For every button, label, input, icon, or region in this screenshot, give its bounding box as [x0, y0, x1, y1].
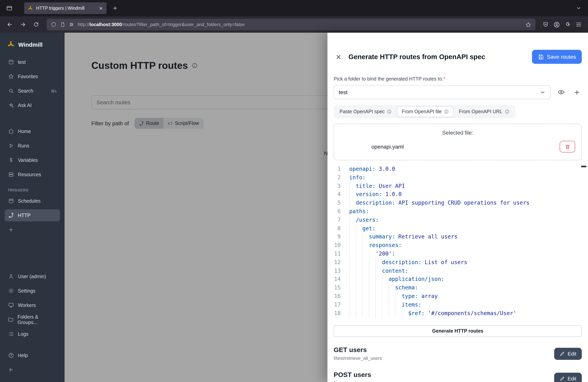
sidebar-item-test[interactable]: test: [5, 56, 60, 68]
arrow-left-button[interactable]: [5, 364, 60, 376]
browser-tab[interactable]: HTTP triggers | Windmill: [24, 2, 106, 14]
folder-picker-label: Pick a folder to bind the generated HTTP…: [334, 76, 582, 82]
menu-icon[interactable]: [576, 21, 582, 28]
plus-icon: [112, 5, 118, 11]
folder-select-value: test: [339, 89, 347, 95]
route-path: f/test/retrieve_all_users: [334, 356, 382, 361]
account-icon[interactable]: [553, 21, 560, 28]
sidebar-item-variables[interactable]: Variables: [5, 154, 60, 166]
sidebar-item-http[interactable]: HTTP: [5, 209, 60, 221]
spec-tab-from-openapi-file[interactable]: From OpenAPI file: [397, 106, 453, 117]
info-icon: [504, 109, 509, 114]
sidebar-item-runs[interactable]: Runs: [5, 140, 60, 152]
sidebar-item-search[interactable]: Search⌘k: [5, 85, 60, 97]
editor-scrollbar-thumb[interactable]: [581, 166, 587, 167]
shortcut-hint: ⌘k: [51, 88, 57, 93]
sidebar-item-folders-groups[interactable]: Folders & Groups...: [5, 314, 60, 326]
spec-tab-from-openapi-url[interactable]: From OpenAPI URL: [454, 106, 514, 117]
sparkle-icon: [8, 102, 14, 108]
line-number: 10: [327, 241, 341, 250]
pocket-icon[interactable]: [543, 21, 549, 28]
code-line: 6paths:: [327, 207, 588, 216]
folder-select[interactable]: test: [334, 85, 551, 99]
drawer-close-button[interactable]: [334, 52, 343, 62]
sidebar-item-favorites[interactable]: Favorites: [5, 70, 60, 83]
code-line: 11'200':: [327, 250, 588, 258]
line-number: 7: [327, 216, 341, 224]
sidebar-item-label: Runs: [18, 143, 29, 149]
route-title: GET users: [334, 346, 382, 354]
tab-close-icon[interactable]: [99, 6, 103, 10]
star-icon: [8, 74, 14, 79]
sidebar-item-help[interactable]: Help: [5, 349, 60, 361]
bookmark-star-icon[interactable]: [525, 21, 531, 27]
new-tab-button[interactable]: [110, 3, 121, 14]
sidebar-item-schedules[interactable]: Schedules: [5, 195, 60, 207]
code-line: 2info:: [327, 173, 588, 182]
reload-icon: [33, 22, 39, 27]
selected-file-name: openapi.yaml: [371, 144, 404, 150]
remove-file-button[interactable]: [560, 141, 575, 152]
firefox-view-button[interactable]: [4, 3, 15, 14]
sidebar-item-workers[interactable]: Workers: [5, 299, 60, 311]
tracking-protection-icon[interactable]: [51, 22, 56, 27]
drawer-title: Generate HTTP routes from OpenAPI spec: [348, 53, 527, 61]
code-editor[interactable]: 1openapi: 3.0.02info:3title: User API4ve…: [327, 165, 588, 320]
permissions-icon[interactable]: [69, 22, 74, 27]
close-icon: [335, 53, 342, 60]
sidebar-item-home[interactable]: Home: [5, 125, 60, 137]
stack-icon: [8, 171, 14, 177]
line-number: 14: [327, 275, 341, 284]
screen: HTTP triggers | Windmill http://localhos…: [0, 0, 588, 382]
selected-file-box: Selected file: openapi.yaml: [334, 124, 582, 160]
edit-route-button[interactable]: Edit: [554, 372, 582, 382]
help-icon: [8, 352, 14, 358]
add-folder-button[interactable]: [572, 87, 582, 97]
sidebar-item-resources[interactable]: Resources: [5, 169, 60, 180]
toolbar-right: [540, 21, 584, 28]
windmill-favicon: [28, 5, 33, 11]
tab-title: HTTP triggers | Windmill: [36, 6, 96, 11]
reload-button[interactable]: [30, 19, 42, 30]
url-text: http://localhost:3000/routes?filter_path…: [78, 22, 245, 27]
line-number: 12: [327, 258, 341, 267]
sidebar-item-label: Favorites: [18, 74, 38, 79]
edit-route-button[interactable]: Edit: [554, 348, 582, 360]
windmill-logo-icon: [7, 41, 15, 48]
generate-routes-button[interactable]: Generate HTTP routes: [334, 325, 582, 337]
sidebar-item-label: Help: [18, 353, 28, 358]
code-line: 7/users:: [327, 216, 588, 224]
tab-list-button[interactable]: [573, 3, 584, 14]
info-icon: [387, 109, 392, 114]
tab-strip: HTTP triggers | Windmill: [0, 0, 588, 16]
sidebar-item-label: Variables: [18, 157, 38, 163]
url-bar[interactable]: http://localhost:3000/routes?filter_path…: [47, 19, 536, 30]
line-number: 11: [327, 250, 341, 258]
back-button[interactable]: [4, 19, 16, 30]
sidebar-item-label: HTTP: [18, 212, 31, 218]
site-info-icon[interactable]: [60, 22, 65, 27]
code-line: 1openapi: 3.0.0: [327, 165, 588, 173]
line-number: 5: [327, 199, 341, 207]
spec-tab-paste-openapi-spec[interactable]: Paste OpenAPI spec: [335, 106, 396, 117]
workspace-header[interactable]: Windmill: [5, 38, 60, 56]
code-line: 16type: array: [327, 292, 588, 301]
plus-button[interactable]: [5, 224, 60, 236]
preview-folder-button[interactable]: [556, 87, 566, 97]
sidebar-account-nav: User (admin)SettingsWorkersFolders & Gro…: [5, 270, 60, 342]
sidebar-footer-nav: Help: [5, 349, 60, 378]
sidebar-item-logs[interactable]: Logs: [5, 328, 60, 340]
gear-icon: [8, 288, 14, 294]
extensions-icon[interactable]: [565, 21, 571, 28]
pencil-icon: [559, 351, 565, 356]
sidebar-item-label: Workers: [18, 302, 36, 308]
sidebar-item-label: test: [18, 59, 26, 65]
arrow-left-icon: [8, 367, 14, 373]
sidebar-item-settings[interactable]: Settings: [5, 285, 60, 297]
sidebar: Windmill testFavoritesSearch⌘kAsk AI Hom…: [0, 33, 64, 382]
save-routes-button[interactable]: Save routes: [532, 50, 582, 64]
sidebar-item-ask-ai[interactable]: Ask AI: [5, 99, 60, 111]
sidebar-item-user-admin[interactable]: User (admin): [5, 270, 60, 282]
forward-button[interactable]: [17, 19, 29, 30]
pencil-icon: [559, 376, 565, 381]
